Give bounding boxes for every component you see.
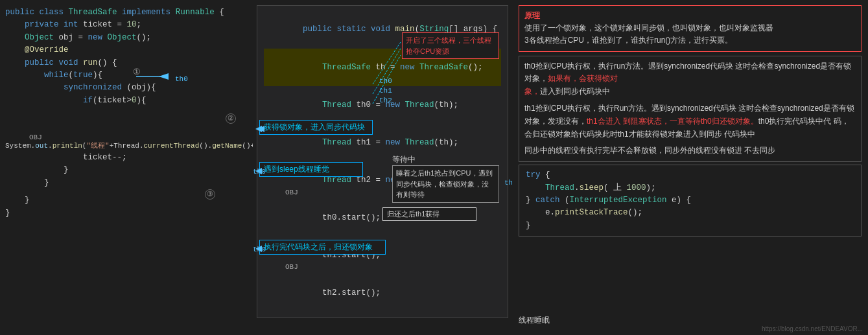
stacktrace-line: e.printStackTrace(); [526, 207, 854, 219]
code-line: public void run() { [5, 57, 248, 69]
thread-th2: Thread th2 = new Thread(th); [264, 162, 501, 200]
close-brace: } [526, 220, 854, 232]
bottom-code-box: try { Thread.sleep( 上 1000); } catch (In… [519, 165, 862, 237]
th2-start: th2.start(); [264, 275, 501, 312]
right-panel: 原理 使用了一个锁对象，这个锁对象叫同步锁，也叫锁对象，也叫对象监视器 3各线程… [512, 0, 868, 335]
principle-intro: 使用了一个锁对象，这个锁对象叫同步锁，也叫锁对象，也叫对象监视器 3各线程抢占C… [524, 22, 856, 47]
code-line: while(true){ [5, 69, 248, 82]
th1-start: th1.start(); [264, 237, 501, 275]
thread-th0: Thread th0 = new Thread(th); [264, 86, 501, 124]
principle-title: 原理 [524, 10, 856, 22]
println-line: System.out.println("线程"+Thread.currentTh… [5, 141, 248, 152]
code-line: Object obj = new Object(); [5, 32, 248, 44]
principle-box: 原理 使用了一个锁对象，这个锁对象叫同步锁，也叫锁对象，也叫对象监视器 3各线程… [519, 5, 862, 52]
code-line: ticket--; [5, 152, 248, 164]
url-text: https://blog.csdn.net/ENDEAVOR... [762, 325, 863, 332]
left-panel: public class ThreadSafe implements Runna… [0, 0, 253, 335]
code-line: private int ticket = 10; [5, 19, 248, 31]
para2: th1抢到CPU执行权，执行Run方法。遇到synchronized代码块 这时… [524, 102, 856, 141]
para1: th0抢到CPU执行权，执行run方法。遇到synchronized代码块 这时… [524, 60, 856, 98]
catch-line: } catch (InterruptedException e) { [526, 194, 854, 207]
middle-panel: public static void main(String[] args) {… [253, 0, 512, 335]
sleep-line: Thread.sleep( 上 1000); [526, 182, 854, 194]
threadsafe-line: ThreadSafe th = new ThreadSafe(); [264, 49, 501, 86]
try-line: try { [526, 169, 854, 181]
main-container: public class ThreadSafe implements Runna… [0, 0, 868, 335]
code-line: } [5, 164, 248, 176]
sleep-label: 线程睡眠 [519, 315, 550, 326]
main-method-block: public static void main(String[] args) {… [257, 5, 508, 318]
circle-1: ② [226, 113, 236, 124]
th0-start: th0.start(); [264, 200, 501, 237]
code-line: } [5, 207, 248, 220]
main-sig: public static void main(String[] args) { [264, 11, 501, 49]
code-line: if(ticket>0){ [5, 95, 248, 107]
thread-th1: Thread th1 = new Thread(th); [264, 124, 501, 161]
para3: 同步中的线程没有执行完毕不会释放锁，同步外的线程没有锁进 不去同步 [524, 144, 856, 157]
code-line: public class ThreadSafe implements Runna… [5, 6, 248, 19]
explanation-box: th0抢到CPU执行权，执行run方法。遇到synchronized代码块 这时… [519, 56, 862, 163]
code-line: @Override [5, 44, 248, 56]
synchronized-line: synchronized (obj){ [5, 82, 248, 94]
code-line: } [5, 177, 248, 189]
